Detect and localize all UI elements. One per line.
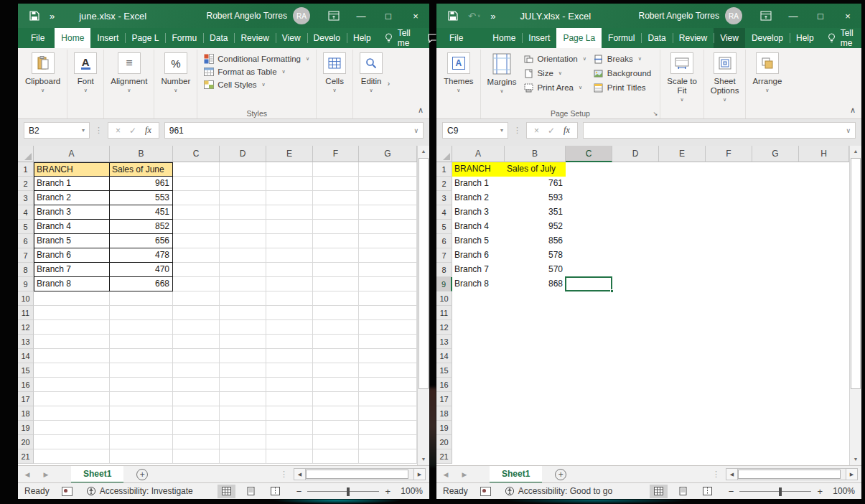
row-header[interactable]: 17 bbox=[18, 392, 34, 406]
cell[interactable] bbox=[505, 349, 566, 363]
cell[interactable] bbox=[706, 306, 752, 320]
comments-icon[interactable] bbox=[861, 28, 865, 48]
cell[interactable]: Branch 2 bbox=[452, 191, 505, 205]
cell[interactable] bbox=[505, 363, 566, 378]
user-avatar[interactable]: RA bbox=[293, 7, 310, 24]
cell[interactable] bbox=[566, 306, 612, 320]
cell[interactable] bbox=[659, 277, 706, 291]
cell[interactable] bbox=[612, 263, 659, 277]
tab-view[interactable]: View bbox=[276, 28, 307, 48]
cell[interactable] bbox=[359, 449, 417, 464]
cell[interactable] bbox=[313, 306, 359, 320]
select-all-corner[interactable] bbox=[436, 146, 452, 162]
insert-function-icon[interactable]: fx bbox=[564, 125, 570, 136]
cell[interactable] bbox=[659, 421, 706, 435]
size-button[interactable]: Size ∨ bbox=[523, 68, 586, 78]
row-header[interactable]: 21 bbox=[18, 449, 34, 464]
cell[interactable] bbox=[34, 320, 110, 335]
close-button[interactable]: × bbox=[402, 4, 429, 28]
cell[interactable] bbox=[799, 277, 849, 291]
ribbon-group-editing[interactable]: Editin ∨ › bbox=[353, 50, 389, 118]
cell[interactable] bbox=[452, 449, 505, 464]
tab-review[interactable]: Review bbox=[673, 28, 714, 48]
cell[interactable] bbox=[313, 248, 359, 263]
cell[interactable] bbox=[799, 220, 849, 234]
cell[interactable] bbox=[359, 392, 417, 406]
minimize-button[interactable]: — bbox=[347, 4, 375, 28]
cell[interactable] bbox=[752, 421, 799, 435]
prev-sheet-icon[interactable]: ◀ bbox=[18, 471, 37, 478]
cell[interactable] bbox=[706, 421, 752, 435]
cell[interactable] bbox=[612, 277, 659, 291]
cell[interactable] bbox=[220, 406, 266, 421]
cell[interactable] bbox=[266, 320, 313, 335]
cell[interactable] bbox=[505, 406, 566, 421]
cell[interactable] bbox=[706, 335, 752, 349]
macro-record-icon[interactable] bbox=[480, 487, 491, 496]
cell[interactable]: 961 bbox=[110, 177, 173, 191]
cell[interactable] bbox=[566, 291, 612, 306]
cell[interactable] bbox=[659, 248, 706, 263]
cell[interactable]: 478 bbox=[110, 248, 173, 263]
cell[interactable]: Sales of July bbox=[505, 162, 566, 177]
scroll-down-icon[interactable]: ▼ bbox=[850, 454, 861, 465]
cell[interactable] bbox=[313, 205, 359, 220]
cell[interactable]: Branch 4 bbox=[34, 220, 110, 234]
cell[interactable] bbox=[173, 392, 220, 406]
cell[interactable] bbox=[659, 205, 706, 220]
cell[interactable] bbox=[612, 191, 659, 205]
tab-formulas[interactable]: Formu bbox=[165, 28, 203, 48]
cell[interactable] bbox=[566, 378, 612, 392]
cell[interactable] bbox=[359, 291, 417, 306]
cell[interactable] bbox=[452, 406, 505, 421]
cell[interactable] bbox=[799, 435, 849, 449]
cell[interactable]: 553 bbox=[110, 191, 173, 205]
cell[interactable] bbox=[110, 320, 173, 335]
ribbon-group-clipboard[interactable]: Clipboard ∨ bbox=[19, 50, 67, 118]
cell[interactable] bbox=[659, 435, 706, 449]
cell[interactable] bbox=[34, 306, 110, 320]
new-sheet-icon[interactable]: + bbox=[136, 469, 148, 480]
sheet-tab-sheet1[interactable]: Sheet1 bbox=[490, 466, 542, 483]
cell[interactable] bbox=[452, 320, 505, 335]
row-header[interactable]: 3 bbox=[436, 191, 452, 205]
cell[interactable] bbox=[34, 378, 110, 392]
cell[interactable]: Branch 2 bbox=[34, 191, 110, 205]
cell[interactable] bbox=[799, 263, 849, 277]
cell[interactable] bbox=[220, 435, 266, 449]
tab-home[interactable]: Home bbox=[486, 28, 522, 48]
cell[interactable] bbox=[566, 205, 612, 220]
cell[interactable] bbox=[505, 392, 566, 406]
cell[interactable]: 578 bbox=[505, 248, 566, 263]
zoom-in-icon[interactable]: + bbox=[817, 486, 823, 497]
cell[interactable] bbox=[110, 363, 173, 378]
cell[interactable]: Branch 1 bbox=[34, 177, 110, 191]
cell[interactable] bbox=[173, 234, 220, 248]
cell[interactable] bbox=[566, 263, 612, 277]
cell[interactable] bbox=[612, 205, 659, 220]
cell[interactable] bbox=[612, 363, 659, 378]
row-header[interactable]: 4 bbox=[18, 205, 34, 220]
cell[interactable] bbox=[505, 291, 566, 306]
cell[interactable] bbox=[359, 320, 417, 335]
cell[interactable] bbox=[706, 291, 752, 306]
cell[interactable] bbox=[706, 220, 752, 234]
conditional-formatting-button[interactable]: Conditional Formatting ∨ bbox=[204, 54, 309, 64]
cell[interactable] bbox=[612, 378, 659, 392]
zoom-slider[interactable] bbox=[739, 491, 811, 492]
normal-view-icon[interactable] bbox=[650, 485, 668, 498]
vertical-scrollbar[interactable]: ▲ ▼ bbox=[417, 146, 429, 465]
cancel-icon[interactable]: × bbox=[116, 126, 121, 136]
cell[interactable] bbox=[659, 263, 706, 277]
cell[interactable] bbox=[359, 363, 417, 378]
ribbon-group-sheet-options[interactable]: Sheet Options ∨ bbox=[704, 50, 747, 118]
row-header[interactable]: 12 bbox=[436, 320, 452, 335]
cell[interactable] bbox=[752, 349, 799, 363]
cell[interactable] bbox=[173, 435, 220, 449]
cell[interactable] bbox=[173, 291, 220, 306]
cell[interactable]: Branch 6 bbox=[34, 248, 110, 263]
zoom-slider[interactable] bbox=[307, 491, 379, 492]
cell[interactable] bbox=[612, 291, 659, 306]
cell[interactable] bbox=[799, 349, 849, 363]
ribbon-group-scale-to-fit[interactable]: Scale to Fit ∨ bbox=[660, 50, 704, 118]
